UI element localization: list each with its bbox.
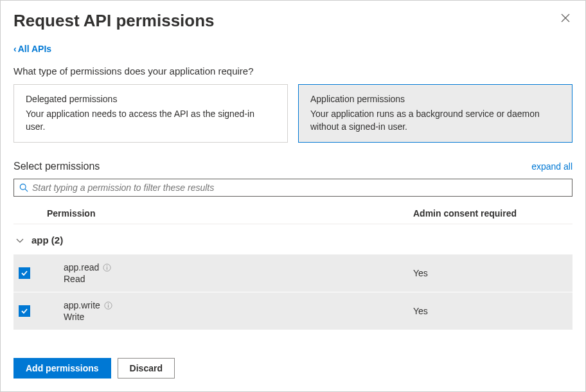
svg-rect-4	[107, 267, 107, 269]
back-link-label: All APIs	[18, 44, 51, 54]
svg-line-1	[25, 189, 28, 192]
back-all-apis-link[interactable]: ‹ All APIs	[13, 44, 51, 54]
delegated-card-desc: Your application needs to access the API…	[26, 108, 276, 133]
application-card-desc: Your application runs as a background se…	[310, 108, 560, 133]
discard-button[interactable]: Discard	[118, 358, 175, 379]
svg-point-6	[108, 303, 109, 304]
svg-rect-7	[108, 305, 109, 307]
delegated-permissions-card[interactable]: Delegated permissions Your application n…	[13, 84, 288, 143]
permission-name: app.read	[64, 262, 99, 272]
info-icon[interactable]	[103, 263, 111, 272]
permission-desc: Read	[64, 274, 405, 284]
application-card-title: Application permissions	[310, 94, 560, 104]
select-permissions-label: Select permissions	[13, 161, 100, 172]
expand-all-link[interactable]: expand all	[531, 161, 573, 172]
permission-admin-consent: Yes	[405, 306, 573, 316]
application-permissions-card[interactable]: Application permissions Your application…	[298, 84, 573, 143]
permission-desc: Write	[64, 312, 405, 322]
search-input[interactable]	[32, 183, 567, 193]
permission-group-app[interactable]: app (2)	[13, 224, 573, 254]
checkbox-app-write[interactable]	[19, 305, 30, 317]
col-check-header	[13, 208, 35, 218]
col-permission-header: Permission	[35, 208, 405, 218]
search-icon	[19, 183, 28, 192]
page-title: Request API permissions	[13, 11, 215, 31]
chevron-left-icon: ‹	[13, 44, 17, 54]
permission-row-app-read[interactable]: app.read Read Yes	[13, 254, 573, 292]
group-label: app (2)	[31, 235, 63, 245]
chevron-down-icon	[13, 236, 26, 245]
add-permissions-button[interactable]: Add permissions	[13, 358, 111, 379]
col-admin-header: Admin consent required	[405, 208, 573, 218]
delegated-card-title: Delegated permissions	[26, 94, 276, 104]
permission-row-app-write[interactable]: app.write Write Yes	[13, 292, 573, 330]
info-icon[interactable]	[104, 301, 112, 310]
svg-point-0	[20, 184, 26, 190]
checkbox-app-read[interactable]	[19, 267, 30, 279]
close-icon[interactable]	[558, 11, 573, 27]
search-input-wrapper[interactable]	[13, 179, 573, 197]
permission-name: app.write	[64, 300, 100, 310]
svg-point-3	[107, 265, 107, 266]
permission-type-question: What type of permissions does your appli…	[13, 66, 573, 76]
permission-admin-consent: Yes	[405, 268, 573, 278]
